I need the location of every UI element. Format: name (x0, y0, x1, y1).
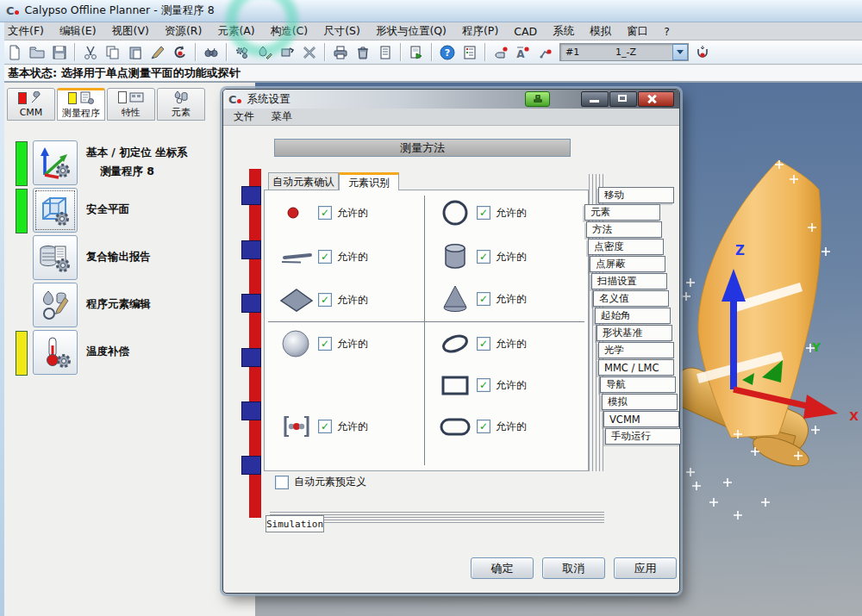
side-button-10[interactable]: 光学 (598, 342, 674, 358)
allowed-checkbox[interactable]: ✓ (477, 378, 490, 392)
side-button-12[interactable]: 导航 (600, 376, 676, 393)
tab-features[interactable]: 元素 (157, 88, 205, 121)
report-output-icon[interactable] (33, 235, 78, 280)
side-button-6[interactable]: 扫描设置 (591, 273, 667, 289)
strategy-icon[interactable] (231, 42, 253, 63)
allowed-checkbox[interactable]: ✓ (318, 250, 332, 264)
dialog-menu-file[interactable]: 文件 (234, 109, 254, 124)
side-button-8[interactable]: 起始角 (595, 308, 671, 324)
cancel-button[interactable]: 取消 (542, 557, 605, 579)
feature-edit-icon[interactable] (253, 42, 276, 63)
menu-item[interactable]: 模拟 (582, 24, 619, 39)
sidebar-item-label[interactable]: 安全平面 (86, 202, 129, 217)
tab-characteristics[interactable]: 特性 (107, 88, 155, 121)
find-icon[interactable] (200, 42, 222, 63)
row-line: ✓ 允许的 (275, 238, 368, 276)
sidebar-item-label[interactable]: 程序元素编辑 (86, 297, 151, 312)
close-button[interactable] (638, 91, 674, 107)
sidebar-item-sublabel[interactable]: 测量程序 8 (100, 165, 154, 179)
sidebar-item-label[interactable]: 复合输出报告 (86, 250, 151, 264)
allowed-label: 允许的 (337, 206, 368, 221)
delete-icon[interactable] (352, 42, 374, 63)
side-button-13[interactable]: 模拟 (602, 394, 678, 410)
chevron-down-icon[interactable] (672, 44, 688, 60)
side-button-15[interactable]: 手动运行 (605, 428, 681, 445)
side-button-7[interactable]: 名义值 (593, 290, 669, 307)
side-button-3[interactable]: 方法 (586, 221, 662, 238)
run-icon[interactable] (405, 42, 428, 63)
menu-item[interactable]: 编辑(E) (52, 24, 104, 39)
sidebar-item-label[interactable]: 温度补偿 (86, 345, 129, 359)
allowed-label: 允许的 (496, 378, 527, 393)
status-bar: 基本状态: 选择用于单点测量平面的功能或探针 (0, 65, 862, 83)
toolbar-separator (400, 43, 402, 61)
menu-item[interactable]: 尺寸(S) (315, 24, 368, 39)
print-icon[interactable] (329, 42, 352, 63)
help-icon[interactable]: ? (436, 42, 459, 63)
tools-icon[interactable] (298, 42, 321, 63)
features-edit-icon[interactable] (33, 283, 78, 327)
side-button-1[interactable]: 移动 (598, 187, 674, 203)
menu-item[interactable]: 文件(F) (0, 24, 52, 39)
tab-auto-feature-confirm[interactable]: 自动元素确认 (268, 172, 339, 190)
side-button-2[interactable]: 元素 (584, 204, 660, 221)
allowed-checkbox[interactable]: ✓ (477, 206, 490, 220)
menu-item[interactable]: 视图(V) (104, 24, 157, 39)
copy-icon[interactable] (102, 42, 124, 63)
menu-item[interactable]: 元素(A) (209, 24, 262, 39)
predefine-checkbox[interactable] (275, 476, 289, 489)
side-button-14[interactable]: VCMM (603, 411, 679, 427)
side-button-5[interactable]: 点屏蔽 (590, 256, 665, 272)
clearance-cube-icon[interactable] (33, 188, 78, 233)
side-button-4[interactable]: 点密度 (588, 239, 664, 255)
stamp-button[interactable] (525, 91, 550, 107)
allowed-checkbox[interactable]: ✓ (477, 292, 490, 306)
sidebar-item-temperature: 温度补偿 (4, 330, 255, 375)
probe-position-icon[interactable] (534, 42, 557, 63)
side-button-11[interactable]: MMC / LMC (598, 359, 674, 376)
menu-item[interactable]: 构造(C) (263, 24, 315, 39)
cut-icon[interactable] (79, 42, 102, 63)
undo-icon[interactable] (169, 42, 191, 63)
menu-item[interactable]: 程序(P) (454, 24, 506, 39)
side-button-9[interactable]: 形状基准 (597, 325, 672, 341)
format-brush-icon[interactable] (147, 42, 169, 63)
minimize-button[interactable] (581, 91, 609, 107)
paste-icon[interactable] (124, 42, 147, 63)
allowed-checkbox[interactable]: ✓ (477, 250, 490, 264)
menu-item[interactable]: ? (656, 25, 678, 38)
maximize-button[interactable] (609, 91, 637, 107)
alignment-axes-icon[interactable] (33, 140, 78, 185)
probe-select[interactable]: #1 1_-Z (559, 43, 689, 61)
open-icon[interactable] (26, 42, 48, 63)
manual-probe-icon[interactable] (490, 42, 512, 63)
allowed-checkbox[interactable]: ✓ (318, 420, 332, 433)
allowed-checkbox[interactable]: ✓ (318, 206, 332, 220)
menu-item[interactable]: 系统 (545, 24, 582, 39)
sidebar-item-label[interactable]: 基本 / 初定位 坐标系 (86, 146, 188, 160)
report-tree-icon[interactable] (459, 42, 481, 63)
simulation-tab[interactable]: Simulation (265, 515, 324, 532)
clearance-icon[interactable] (276, 42, 298, 63)
allowed-checkbox[interactable]: ✓ (318, 337, 332, 351)
cmm-status-swatch (18, 92, 27, 104)
temperature-icon[interactable] (33, 330, 78, 375)
new-document-icon[interactable] (3, 42, 26, 63)
menu-item[interactable]: 形状与位置(Q) (368, 24, 454, 39)
tab-feature-recognition[interactable]: 元素识别 (339, 172, 399, 190)
allowed-checkbox[interactable]: ✓ (477, 420, 490, 433)
menu-item[interactable]: CAD (506, 25, 545, 38)
tab-cmm[interactable]: CMM (7, 88, 55, 121)
allowed-checkbox[interactable]: ✓ (477, 337, 490, 351)
protocol-icon[interactable] (374, 42, 397, 63)
menu-item[interactable]: 资源(R) (157, 24, 209, 39)
probe-down-icon[interactable] (691, 42, 714, 63)
menu-item[interactable]: 窗口 (619, 24, 656, 39)
probe-angle-icon[interactable]: A (512, 42, 534, 63)
save-icon[interactable] (48, 42, 71, 63)
allowed-checkbox[interactable]: ✓ (318, 293, 332, 307)
tab-measurement-plan[interactable]: 测量程序 (57, 88, 105, 121)
dialog-menu-menu[interactable]: 菜单 (272, 109, 292, 124)
apply-button[interactable]: 应用 (614, 557, 677, 579)
ok-button[interactable]: 确定 (471, 557, 534, 579)
